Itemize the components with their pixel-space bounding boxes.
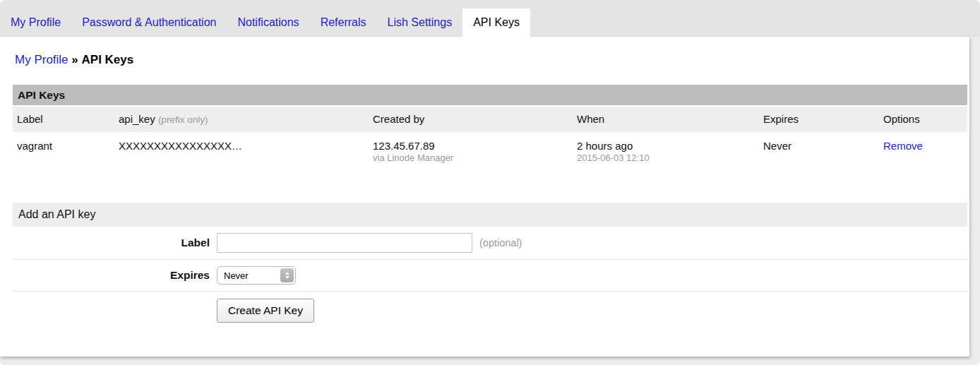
api-key-prefix-cell: XXXXXXXXXXXXXXXX…: [114, 140, 369, 176]
tab-referrals[interactable]: Referrals: [310, 8, 377, 37]
column-header-options: Options: [879, 113, 967, 125]
api-key-created-by-cell: 123.45.67.89 via Linode Manager: [369, 140, 573, 176]
content-card: My Profile » API Keys API Keys Label api…: [0, 37, 969, 357]
tab-lish-settings[interactable]: Lish Settings: [377, 8, 463, 37]
add-api-key-section-title: Add an API key: [13, 203, 967, 227]
api-key-expires-cell: Never: [759, 140, 879, 176]
expires-selected-value: Never: [217, 270, 249, 281]
remove-api-key-link[interactable]: Remove: [883, 140, 923, 152]
expires-form-row: Expires Never: [13, 260, 967, 292]
created-by-ip: 123.45.67.89: [373, 140, 573, 152]
settings-window: My Profile Password & Authentication Not…: [0, 0, 980, 365]
api-keys-table: API Keys Label api_key (prefix only) Cre…: [13, 85, 967, 176]
api-keys-table-title: API Keys: [13, 85, 967, 107]
tab-api-keys[interactable]: API Keys: [462, 8, 530, 37]
tab-my-profile[interactable]: My Profile: [0, 8, 71, 37]
label-form-row: Label (optional): [13, 227, 967, 260]
tab-password-authentication[interactable]: Password & Authentication: [71, 8, 227, 37]
breadcrumb-current: API Keys: [82, 53, 134, 66]
create-api-key-button[interactable]: Create API Key: [217, 299, 314, 323]
api-keys-table-header-row: Label api_key (prefix only) Created by W…: [13, 107, 967, 132]
api-key-row: vagrant XXXXXXXXXXXXXXXX… 123.45.67.89 v…: [13, 132, 967, 176]
when-absolute: 2015-06-03 12:10: [577, 152, 759, 163]
api-key-label-cell: vagrant: [13, 140, 114, 176]
chevron-down-icon: [285, 276, 289, 279]
api-key-options-cell: Remove: [879, 140, 967, 176]
breadcrumb: My Profile » API Keys: [0, 53, 969, 68]
api-key-prefix-note: (prefix only): [158, 114, 208, 125]
submit-form-row: Create API Key: [13, 292, 967, 331]
column-header-when: When: [573, 113, 759, 125]
profile-tab-bar: My Profile Password & Authentication Not…: [0, 0, 980, 37]
when-relative: 2 hours ago: [577, 140, 759, 152]
breadcrumb-separator: »: [71, 53, 78, 66]
column-header-label: Label: [13, 113, 114, 125]
api-key-when-cell: 2 hours ago 2015-06-03 12:10: [573, 140, 759, 176]
label-input[interactable]: [217, 233, 472, 253]
column-header-created-by: Created by: [369, 113, 573, 125]
column-header-expires: Expires: [759, 113, 879, 125]
expires-field-label: Expires: [13, 269, 217, 282]
column-header-api-key: api_key (prefix only): [114, 113, 369, 125]
expires-select[interactable]: Never: [217, 266, 296, 285]
select-stepper-icon: [280, 268, 294, 282]
label-field-label: Label: [13, 237, 217, 249]
label-optional-note: (optional): [479, 237, 522, 249]
created-by-via: via Linode Manager: [373, 152, 573, 163]
tab-notifications[interactable]: Notifications: [227, 8, 309, 37]
chevron-up-icon: [285, 272, 289, 275]
breadcrumb-my-profile-link[interactable]: My Profile: [15, 53, 68, 66]
